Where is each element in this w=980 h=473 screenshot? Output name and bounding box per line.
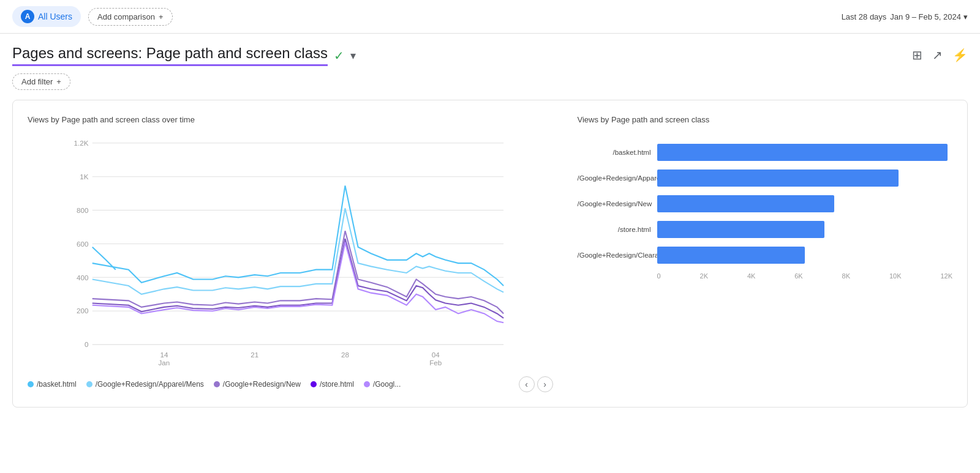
page-header: Pages and screens: Page path and screen …	[0, 34, 980, 66]
legend-dot-clearance	[364, 381, 370, 387]
date-range-selector[interactable]: Jan 9 – Feb 5, 2024 ▾	[890, 12, 968, 21]
legend-dot-basket	[28, 381, 34, 387]
legend-item-store: /store.html	[311, 380, 354, 389]
line-chart-svg: 1.2K 1K 800 600 400 200 0 14 Jan 21 2	[28, 134, 553, 367]
bar-label-1: /Google+Redesign/Apparel/...	[578, 174, 651, 182]
svg-text:0: 0	[85, 340, 88, 348]
legend-label-clearance: /Googl...	[373, 380, 401, 389]
svg-text:400: 400	[77, 274, 88, 281]
top-bar-left: A All Users Add comparison +	[12, 6, 173, 27]
add-comparison-button[interactable]: Add comparison +	[88, 8, 173, 26]
bar-inner-4	[657, 247, 805, 264]
main-content-card: Views by Page path and screen class over…	[12, 100, 968, 408]
insights-icon[interactable]: ⚡	[952, 48, 968, 62]
legend-label-apparel: /Google+Redesign/Apparel/Mens	[96, 380, 204, 389]
legend: /basket.html /Google+Redesign/Apparel/Me…	[28, 376, 553, 392]
bar-row-1: /Google+Redesign/Apparel/...	[578, 169, 953, 187]
svg-text:21: 21	[251, 351, 258, 359]
legend-next-button[interactable]: ›	[537, 376, 553, 392]
legend-item-basket: /basket.html	[28, 380, 77, 389]
page-title-wrap: Pages and screens: Page path and screen …	[12, 45, 356, 66]
top-bar-right: Last 28 days Jan 9 – Feb 5, 2024 ▾	[842, 12, 968, 21]
svg-text:Feb: Feb	[429, 359, 442, 367]
add-filter-button[interactable]: Add filter +	[12, 73, 70, 90]
svg-text:04: 04	[432, 351, 440, 359]
add-filter-icon: +	[56, 77, 61, 86]
bar-outer-2	[657, 195, 953, 212]
bar-row-0: /basket.html	[578, 144, 953, 161]
legend-item-apparel: /Google+Redesign/Apparel/Mens	[86, 380, 204, 389]
bar-outer-0	[657, 144, 953, 161]
add-comparison-icon: +	[159, 12, 164, 21]
legend-label-basket: /basket.html	[37, 380, 77, 389]
svg-text:600: 600	[77, 240, 88, 248]
add-comparison-label: Add comparison	[97, 12, 155, 21]
date-preset-label: Last 28 days	[842, 12, 887, 21]
all-users-badge[interactable]: A All Users	[12, 6, 81, 27]
legend-dot-store	[311, 381, 317, 387]
svg-text:14: 14	[160, 351, 168, 359]
legend-dot-new	[214, 381, 220, 387]
svg-text:1K: 1K	[80, 173, 88, 181]
bar-label-4: /Google+Redesign/Clearance	[578, 251, 651, 259]
legend-label-store: /store.html	[320, 380, 354, 389]
legend-item-clearance: /Googl...	[364, 380, 401, 389]
legend-prev-button[interactable]: ‹	[519, 376, 535, 392]
filter-bar: Add filter +	[0, 66, 980, 100]
legend-nav: ‹ ›	[519, 376, 553, 392]
add-filter-label: Add filter	[21, 77, 53, 86]
svg-text:Jan: Jan	[159, 359, 170, 367]
line-chart-section: Views by Page path and screen class over…	[28, 115, 553, 392]
bar-inner-3	[657, 221, 824, 238]
bar-outer-4	[657, 247, 953, 264]
line-chart-container: 1.2K 1K 800 600 400 200 0 14 Jan 21 2	[28, 134, 553, 367]
legend-item-new: /Google+Redesign/New	[214, 380, 301, 389]
page-header-icons: ⊞ ↗ ⚡	[912, 48, 968, 66]
table-icon[interactable]: ⊞	[912, 48, 922, 62]
bar-chart-container: /basket.html /Google+Redesign/Apparel/..…	[578, 144, 953, 280]
all-users-label: All Users	[38, 12, 72, 21]
svg-text:200: 200	[77, 307, 88, 315]
page-title-chevron-icon[interactable]: ▾	[350, 49, 356, 62]
bar-label-3: /store.html	[578, 226, 651, 233]
top-bar: A All Users Add comparison + Last 28 day…	[0, 0, 980, 34]
svg-text:800: 800	[77, 206, 88, 214]
bar-chart-title: Views by Page path and screen class	[578, 115, 953, 124]
bar-label-2: /Google+Redesign/New	[578, 200, 651, 207]
line-chart-title: Views by Page path and screen class over…	[28, 115, 553, 124]
date-range-label: Jan 9 – Feb 5, 2024	[890, 12, 961, 21]
all-users-avatar: A	[21, 10, 34, 23]
svg-text:28: 28	[341, 351, 349, 359]
title-check-icon: ✓	[334, 48, 344, 63]
bar-inner-0	[657, 144, 948, 161]
svg-text:1.2K: 1.2K	[74, 139, 89, 147]
legend-dot-apparel	[86, 381, 92, 387]
legend-label-new: /Google+Redesign/New	[223, 380, 301, 389]
share-icon[interactable]: ↗	[932, 48, 943, 62]
bar-row-4: /Google+Redesign/Clearance	[578, 247, 953, 264]
bar-row-2: /Google+Redesign/New	[578, 195, 953, 212]
bar-chart-x-axis: 0 2K 4K 6K 8K 10K 12K	[578, 272, 953, 280]
date-chevron-icon: ▾	[963, 12, 968, 21]
bar-row-3: /store.html	[578, 221, 953, 238]
bar-inner-2	[657, 195, 835, 212]
bar-inner-1	[657, 169, 899, 187]
bar-outer-1	[657, 169, 953, 187]
bar-label-0: /basket.html	[578, 149, 651, 156]
bar-chart-section: Views by Page path and screen class /bas…	[578, 115, 953, 392]
bar-outer-3	[657, 221, 953, 238]
page-title: Pages and screens: Page path and screen …	[12, 45, 328, 66]
